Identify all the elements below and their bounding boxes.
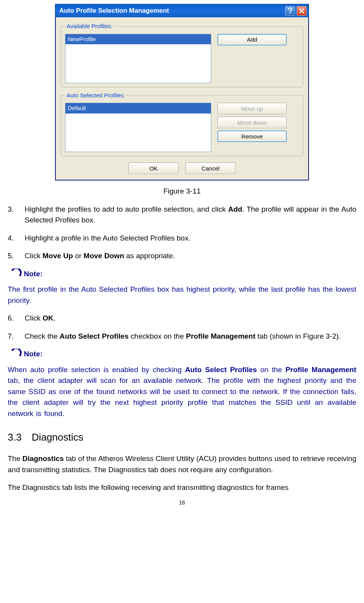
step-body: Highlight a profile in the Auto Selected…: [25, 233, 356, 244]
step-number: 4.: [8, 233, 25, 244]
note-icon: [11, 269, 22, 279]
dialog-auto-profile: Auto Profile Selection Management Availa…: [55, 4, 309, 180]
page-number: 18: [8, 499, 356, 507]
step-number: 6.: [8, 313, 25, 324]
help-button[interactable]: [285, 6, 295, 16]
step-number: 3.: [8, 204, 25, 226]
step-number: 5.: [8, 251, 25, 262]
note-icon: [11, 349, 22, 359]
selected-legend: Auto Selected Profiles:: [65, 91, 127, 100]
move-up-button[interactable]: Move up: [217, 103, 287, 114]
step-body: Check the Auto Select Profiles checkbox …: [25, 331, 356, 342]
available-legend: Available Profiles:: [65, 22, 114, 31]
note-heading: Note:: [11, 269, 356, 280]
step-body: Click Move Up or Move Down as appropriat…: [25, 251, 356, 262]
close-button[interactable]: [297, 6, 307, 16]
dialog-title: Auto Profile Selection Management: [59, 6, 169, 16]
note-paragraph: When auto profile selection is enabled b…: [8, 364, 356, 419]
ok-button[interactable]: OK: [129, 162, 179, 174]
cancel-button[interactable]: Cancel: [185, 162, 235, 174]
remove-button[interactable]: Remove: [217, 130, 287, 142]
step-body: Highlight the profiles to add to auto pr…: [25, 204, 356, 226]
auto-selected-profiles-group: Auto Selected Profiles: Default Move up …: [61, 91, 303, 157]
step-body: Click OK.: [25, 313, 356, 324]
auto-selected-profiles-list[interactable]: Default: [65, 103, 211, 152]
step-number: 7.: [8, 331, 25, 342]
figure-caption: Figure 3-11: [8, 186, 356, 197]
note-label: Note:: [24, 269, 43, 280]
note-label: Note:: [24, 349, 43, 360]
available-profiles-group: Available Profiles: NewProfile Add: [61, 22, 303, 87]
move-down-button[interactable]: Move down: [217, 117, 287, 128]
body-paragraph: The Diagnostics tab lists the following …: [8, 482, 356, 493]
add-button[interactable]: Add: [217, 34, 287, 45]
close-icon: [299, 8, 304, 13]
note-paragraph: The first profile in the Auto Selected P…: [8, 284, 356, 306]
available-profiles-list[interactable]: NewProfile: [65, 34, 211, 83]
body-paragraph: The Diagnostics tab of the Atheros Wirel…: [8, 453, 356, 475]
dialog-titlebar: Auto Profile Selection Management: [55, 4, 309, 17]
help-icon: [287, 8, 293, 14]
section-heading: 3.3 Diagnostics: [8, 430, 356, 445]
list-item[interactable]: Default: [65, 103, 211, 114]
list-item[interactable]: NewProfile: [65, 34, 211, 45]
note-heading: Note:: [11, 349, 356, 360]
